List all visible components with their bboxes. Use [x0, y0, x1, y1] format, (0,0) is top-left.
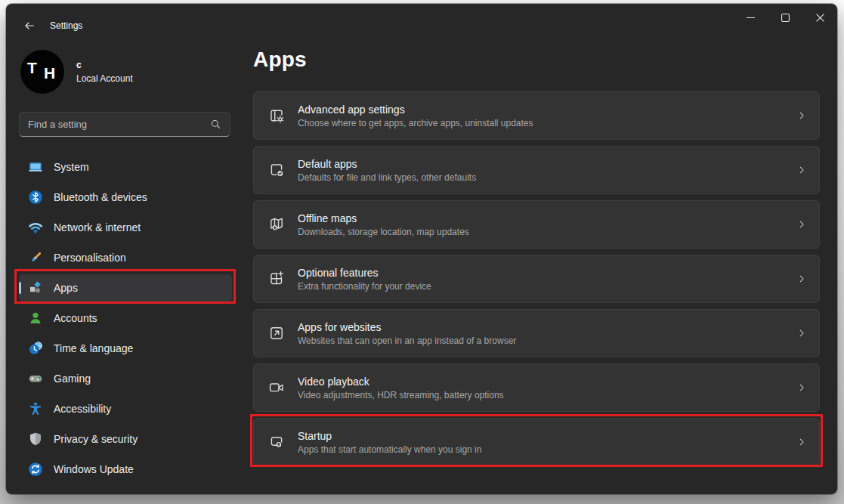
sidebar-item-label: System: [54, 161, 89, 173]
avatar: T H: [20, 50, 64, 94]
apps-for-websites-icon: [267, 324, 286, 342]
settings-row-apps-for-websites[interactable]: Apps for websites Websites that can open…: [253, 309, 820, 357]
sidebar-item-personalisation[interactable]: Personalisation: [19, 244, 232, 271]
row-subtitle: Downloads, storage location, map updates: [298, 227, 796, 237]
system-icon: [28, 159, 43, 175]
sidebar-item-label: Apps: [54, 282, 78, 294]
settings-row-advanced-app-settings[interactable]: Advanced app settings Choose where to ge…: [253, 91, 820, 140]
sidebar-item-label: Gaming: [54, 373, 91, 385]
search-input[interactable]: Find a setting: [19, 112, 230, 137]
sidebar-item-gaming[interactable]: Gaming: [19, 365, 232, 392]
bluetooth-icon: [28, 190, 43, 205]
settings-list: Advanced app settings Choose where to ge…: [253, 91, 820, 472]
chevron-right-icon: [796, 437, 807, 447]
sidebar-item-label: Network & internet: [54, 221, 141, 233]
minimize-icon: [747, 14, 755, 22]
sidebar-item-label: Privacy & security: [54, 433, 138, 445]
account-card[interactable]: T H c Local Account: [19, 48, 232, 96]
close-button[interactable]: [802, 4, 837, 31]
back-arrow-icon: [23, 20, 36, 32]
sidebar-item-label: Bluetooth & devices: [54, 191, 147, 203]
sidebar-item-label: Personalisation: [54, 252, 126, 264]
minimize-button[interactable]: [733, 4, 768, 31]
sidebar-item-apps[interactable]: Apps: [19, 274, 232, 301]
sidebar-item-accounts[interactable]: Accounts: [19, 305, 232, 332]
apps-icon: [28, 280, 43, 295]
sidebar-item-label: Accessibility: [54, 403, 111, 415]
page-title: Apps: [253, 48, 307, 72]
settings-row-startup[interactable]: Startup Apps that start automatically wh…: [253, 418, 820, 466]
offline-maps-icon: [267, 215, 286, 233]
chevron-right-icon: [796, 328, 807, 339]
annotation-box: [14, 269, 236, 304]
settings-row-video-playback[interactable]: Video playback Video adjustments, HDR st…: [253, 363, 820, 412]
app-title: Settings: [50, 20, 82, 31]
chevron-right-icon: [796, 382, 807, 393]
windows-update-icon: [28, 462, 43, 477]
search-placeholder: Find a setting: [28, 119, 210, 130]
chevron-right-icon: [796, 274, 807, 284]
personalisation-icon: [28, 250, 43, 265]
advanced-app-settings-icon: [267, 107, 286, 125]
sidebar-item-label: Accounts: [54, 312, 97, 324]
optional-features-icon: [267, 270, 286, 288]
chevron-right-icon: [796, 165, 807, 175]
sidebar-item-accessibility[interactable]: Accessibility: [19, 395, 232, 422]
gaming-icon: [28, 371, 43, 386]
avatar-initial: T: [27, 59, 37, 77]
avatar-initial: H: [44, 64, 55, 82]
accent-pill: [19, 282, 21, 294]
row-title: Optional features: [298, 267, 796, 279]
chevron-right-icon: [796, 219, 807, 230]
row-title: Offline maps: [298, 212, 796, 224]
row-subtitle: Defaults for file and link types, other …: [298, 172, 796, 183]
sidebar-item-system[interactable]: System: [19, 153, 232, 181]
window-controls: [733, 4, 837, 31]
settings-row-default-apps[interactable]: Default apps Defaults for file and link …: [253, 146, 820, 194]
sidebar-item-bluetooth-devices[interactable]: Bluetooth & devices: [19, 184, 232, 211]
sidebar-item-network-internet[interactable]: Network & internet: [19, 214, 232, 241]
startup-icon: [267, 433, 286, 451]
row-subtitle: Choose where to get apps, archive apps, …: [298, 118, 796, 128]
sidebar-item-windows-update[interactable]: Windows Update: [19, 456, 232, 483]
accounts-icon: [28, 311, 43, 326]
back-button[interactable]: [18, 17, 41, 35]
row-subtitle: Extra functionality for your device: [298, 281, 796, 292]
settings-row-offline-maps[interactable]: Offline maps Downloads, storage location…: [253, 200, 820, 249]
row-title: Startup: [298, 430, 796, 442]
maximize-icon: [781, 14, 790, 22]
privacy-security-icon: [28, 431, 43, 447]
close-icon: [816, 14, 824, 22]
search-icon: [210, 119, 221, 130]
sidebar-item-privacy-security[interactable]: Privacy & security: [19, 425, 232, 453]
sidebar-item-time-language[interactable]: Time & language: [19, 335, 232, 362]
row-subtitle: Video adjustments, HDR streaming, batter…: [298, 390, 796, 400]
sidebar-item-label: Windows Update: [54, 463, 134, 475]
row-title: Apps for websites: [298, 321, 796, 333]
settings-row-optional-features[interactable]: Optional features Extra functionality fo…: [253, 255, 820, 303]
accessibility-icon: [28, 401, 43, 416]
maximize-button[interactable]: [768, 4, 802, 31]
sidebar-item-label: Time & language: [54, 342, 133, 354]
row-title: Video playback: [298, 376, 796, 388]
network-icon: [28, 220, 43, 235]
sidebar: T H c Local Account Find a setting Syste…: [19, 48, 232, 486]
account-name: c: [76, 60, 133, 70]
chevron-right-icon: [796, 110, 807, 121]
default-apps-icon: [267, 161, 286, 179]
row-subtitle: Apps that start automatically when you s…: [298, 444, 796, 455]
sidebar-nav: System Bluetooth & devices Network & int…: [19, 153, 232, 483]
row-title: Default apps: [298, 158, 796, 170]
video-playback-icon: [267, 379, 286, 397]
row-subtitle: Websites that can open in an app instead…: [298, 335, 796, 346]
settings-window: Settings T H c Local Account Find a sett…: [6, 4, 837, 494]
time-language-icon: [28, 341, 43, 356]
row-title: Advanced app settings: [298, 104, 796, 116]
account-type: Local Account: [76, 73, 133, 84]
